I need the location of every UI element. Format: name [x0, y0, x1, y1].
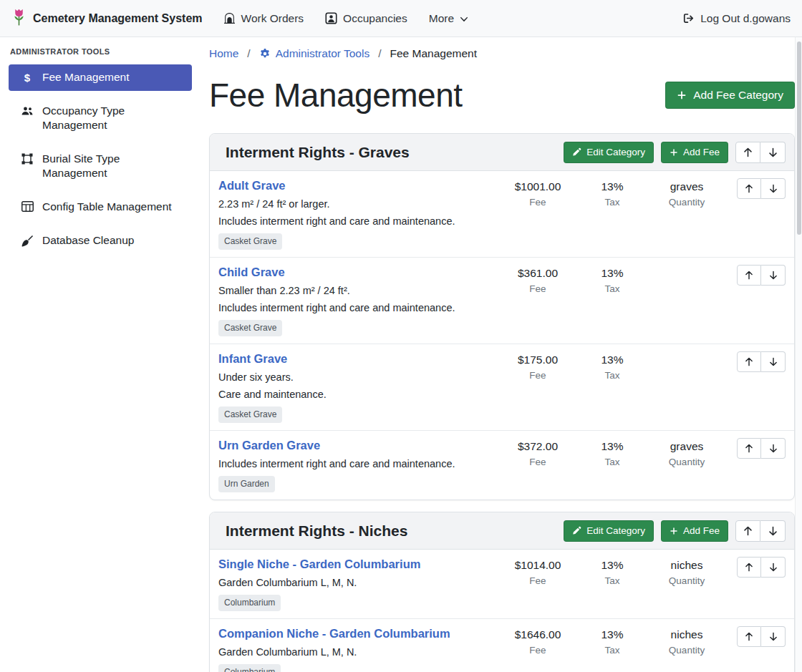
fee-description: Under six years. — [218, 370, 501, 384]
move-fee-down-button[interactable] — [761, 626, 786, 647]
fee-description: Includes interment right and care and ma… — [218, 301, 501, 315]
nav-more[interactable]: More — [418, 6, 479, 31]
move-fee-down-button[interactable] — [761, 438, 786, 459]
logout-icon — [682, 12, 695, 24]
fee-name-link[interactable]: Single Niche - Garden Columbarium — [218, 557, 501, 572]
fee-name-link[interactable]: Child Grave — [218, 265, 501, 280]
breadcrumb-admin-tools-link[interactable]: Administrator Tools — [259, 47, 370, 60]
arrow-down-icon — [769, 563, 778, 572]
fee-amount-col: $1001.00 Fee — [501, 178, 575, 209]
fee-quantity-value: niches — [649, 557, 724, 573]
add-fee-category-button[interactable]: Add Fee Category — [665, 82, 795, 109]
sidebar-item-fee-management[interactable]: $ Fee Management — [9, 64, 192, 91]
breadcrumb-admin-tools-label: Administrator Tools — [276, 47, 370, 60]
gear-icon — [259, 48, 271, 59]
move-category-down-button[interactable] — [760, 142, 786, 163]
add-fee-label: Add Fee — [683, 525, 720, 536]
move-fee-up-button[interactable] — [737, 438, 761, 459]
move-fee-up-button[interactable] — [737, 626, 761, 647]
fee-category-card: Interment Rights - Graves Edit Category … — [209, 133, 795, 500]
logout-button[interactable]: Log Out d.gowans — [672, 6, 791, 31]
edit-category-label: Edit Category — [586, 147, 645, 157]
fee-description: Care and maintenance. — [218, 387, 501, 401]
fee-quantity-col: niches Quantity — [649, 557, 724, 588]
page-header: Fee Management Add Fee Category — [209, 76, 795, 115]
fee-tax-label: Tax — [575, 196, 649, 209]
breadcrumb-home-link[interactable]: Home — [209, 47, 238, 60]
main-content: Home / Administrator Tools / Fee Managem… — [200, 37, 802, 672]
move-category-up-button[interactable] — [735, 520, 760, 542]
arrow-up-icon — [743, 526, 753, 536]
fee-amount-value: $372.00 — [501, 439, 575, 454]
scrollbar-thumb[interactable] — [797, 42, 801, 235]
nav-occupancies[interactable]: Occupancies — [314, 6, 418, 31]
fee-info: Urn Garden Grave Includes interment righ… — [218, 438, 501, 492]
fee-name-link[interactable]: Adult Grave — [218, 178, 501, 193]
fee-descriptions: Garden Columbarium L, M, N. — [218, 575, 501, 590]
move-fee-up-button[interactable] — [737, 557, 761, 578]
sidebar-item-label: Fee Management — [42, 70, 130, 84]
fee-descriptions: Smaller than 2.23 m² / 24 ft².Includes i… — [218, 283, 501, 315]
fee-descriptions: Garden Columbarium L, M, N. — [218, 645, 501, 659]
fee-tax-value: 13% — [575, 352, 649, 367]
move-category-up-button[interactable] — [735, 142, 760, 163]
fee-description: Garden Columbarium L, M, N. — [218, 575, 501, 590]
fee-info: Single Niche - Garden Columbarium Garden… — [218, 557, 501, 611]
category-reorder-group — [735, 142, 786, 163]
fee-name-link[interactable]: Urn Garden Grave — [218, 438, 501, 453]
move-fee-up-button[interactable] — [737, 351, 761, 372]
arrow-up-icon — [745, 184, 753, 193]
arrow-down-icon — [768, 147, 778, 157]
arrow-up-icon — [743, 147, 753, 157]
fee-amount-value: $1646.00 — [501, 627, 575, 642]
fee-category-list: Interment Rights - Graves Edit Category … — [209, 133, 795, 672]
app-brand[interactable]: Cemetery Management System — [11, 7, 203, 29]
fee-quantity-label: Quantity — [649, 575, 724, 588]
move-fee-down-button[interactable] — [761, 351, 786, 372]
edit-category-button[interactable]: Edit Category — [564, 520, 654, 542]
fee-category-card: Interment Rights - Niches Edit Category … — [209, 512, 795, 672]
pencil-icon — [572, 147, 581, 157]
nav-occupancies-label: Occupancies — [343, 12, 407, 25]
move-fee-up-button[interactable] — [737, 265, 761, 286]
add-fee-label: Add Fee — [683, 147, 720, 157]
fee-amount-label: Fee — [501, 644, 575, 657]
arrow-up-icon — [745, 632, 753, 641]
sidebar-item-label: Occupancy Type Management — [42, 104, 185, 132]
sidebar-item-burial-site-type-management[interactable]: Burial Site Type Management — [9, 146, 192, 187]
fee-tax-col: 13% Tax — [575, 438, 649, 469]
fee-name-link[interactable]: Infant Grave — [218, 351, 501, 366]
move-fee-down-button[interactable] — [761, 178, 786, 199]
fee-quantity-value: graves — [649, 179, 724, 194]
page-scrollbar[interactable] — [795, 37, 802, 672]
sidebar-item-config-table-management[interactable]: Config Table Management — [9, 194, 192, 220]
plus-icon — [670, 527, 678, 535]
add-fee-button[interactable]: Add Fee — [661, 142, 728, 163]
move-fee-up-button[interactable] — [737, 178, 761, 199]
category-header: Interment Rights - Graves Edit Category … — [210, 134, 794, 171]
fee-list: Adult Grave 2.23 m² / 24 ft² or larger.I… — [210, 171, 794, 500]
fee-tax-value: 13% — [575, 627, 649, 642]
page-layout: ADMINISTRATOR TOOLS $ Fee Management Occ… — [0, 37, 802, 672]
fee-amount-label: Fee — [501, 456, 575, 469]
top-navbar: Cemetery Management System Work Orders O… — [0, 0, 802, 37]
add-fee-category-label: Add Fee Category — [693, 89, 783, 102]
fee-info: Infant Grave Under six years.Care and ma… — [218, 351, 501, 423]
arrow-up-icon — [745, 357, 753, 366]
fee-descriptions: 2.23 m² / 24 ft² or larger.Includes inte… — [218, 197, 501, 228]
move-category-down-button[interactable] — [760, 520, 786, 542]
sidebar-item-database-cleanup[interactable]: Database Cleanup — [9, 228, 192, 254]
nav-work-orders[interactable]: Work Orders — [213, 6, 315, 31]
fee-name-link[interactable]: Companion Niche - Garden Columbarium — [218, 626, 501, 641]
fee-tax-label: Tax — [575, 369, 649, 382]
fee-description: Smaller than 2.23 m² / 24 ft². — [218, 283, 501, 298]
fee-tax-value: 13% — [575, 179, 649, 194]
edit-category-button[interactable]: Edit Category — [564, 142, 654, 163]
sidebar-item-occupancy-type-management[interactable]: Occupancy Type Management — [9, 98, 192, 139]
add-fee-button[interactable]: Add Fee — [661, 520, 728, 542]
move-fee-down-button[interactable] — [761, 557, 786, 578]
move-fee-down-button[interactable] — [761, 265, 786, 286]
plus-icon — [677, 90, 687, 100]
fee-type-badge: Urn Garden — [218, 476, 275, 492]
arrow-down-icon — [768, 526, 778, 536]
